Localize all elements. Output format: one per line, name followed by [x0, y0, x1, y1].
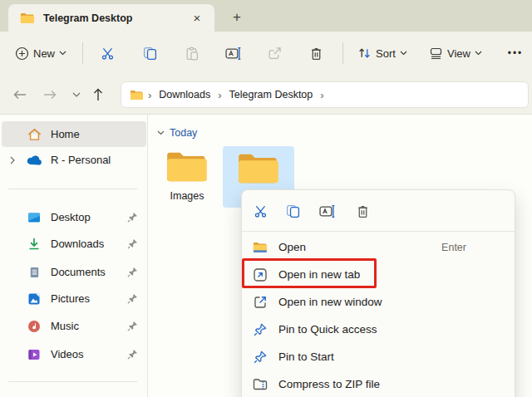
sidebar-item-label: R - Personal	[51, 154, 111, 166]
menu-item-label: Open	[278, 241, 306, 253]
folder-icon	[252, 242, 268, 253]
onedrive-cloud-icon	[23, 154, 45, 165]
trash-icon	[309, 47, 323, 61]
breadcrumb-telegram-desktop[interactable]: Telegram Desktop	[226, 86, 317, 103]
menu-item-label: Compress to ZIP file	[278, 378, 380, 390]
pin-icon	[127, 238, 138, 249]
delete-button[interactable]	[348, 197, 377, 225]
cut-button[interactable]	[93, 38, 123, 68]
pin-icon	[127, 212, 138, 223]
file-item-images[interactable]: Images	[151, 145, 223, 216]
menu-item-pin-to-quick-access[interactable]: Pin to Quick access	[242, 316, 515, 343]
breadcrumb-separator: ›	[144, 89, 155, 101]
folder-icon	[237, 151, 280, 186]
copy-button[interactable]	[278, 197, 307, 225]
chevron-down-icon	[475, 51, 482, 56]
chevron-down-icon	[157, 130, 165, 135]
expand-chevron-icon[interactable]	[2, 156, 23, 164]
desktop-icon	[23, 211, 45, 224]
up-button[interactable]	[86, 83, 110, 106]
annotation-highlight-box	[242, 258, 377, 288]
trash-icon	[356, 204, 370, 218]
breadcrumb-downloads[interactable]: Downloads	[155, 86, 214, 103]
folder-icon	[130, 90, 144, 100]
delete-button[interactable]	[301, 38, 331, 68]
sidebar-item-label: Downloads	[51, 238, 104, 250]
cut-button[interactable]	[247, 197, 275, 225]
file-explorer-window: Telegram Desktop × + New	[0, 0, 532, 397]
menu-divider	[242, 231, 515, 232]
context-menu-quick-actions	[242, 190, 515, 231]
sidebar-item-documents[interactable]: Documents	[2, 259, 146, 285]
share-button[interactable]	[259, 38, 289, 68]
sidebar-item-label: Music	[51, 320, 79, 332]
paste-button[interactable]	[176, 38, 206, 68]
new-button[interactable]: New	[10, 38, 71, 68]
chevron-down-icon	[72, 92, 81, 98]
menu-item-open-in-new-window[interactable]: Open in new window	[242, 288, 515, 316]
rename-button[interactable]	[313, 197, 341, 225]
tab-telegram-desktop[interactable]: Telegram Desktop ×	[8, 4, 214, 32]
scissors-icon	[101, 47, 116, 61]
downloads-icon	[23, 238, 45, 251]
breadcrumb-separator: ›	[316, 89, 328, 101]
arrow-up-icon	[93, 88, 103, 101]
new-button-label: New	[33, 47, 55, 60]
new-tab-button[interactable]: +	[226, 7, 248, 28]
rename-icon	[225, 47, 241, 61]
toolbar: New Sort View	[0, 32, 532, 75]
pin-outline-icon	[252, 323, 268, 336]
address-bar[interactable]: › Downloads › Telegram Desktop ›	[121, 81, 529, 108]
file-item-label: Images	[170, 190, 204, 202]
recent-locations-button[interactable]	[65, 83, 88, 106]
sidebar-item-downloads[interactable]: Downloads	[2, 231, 146, 257]
more-options-button[interactable]: •••	[500, 38, 530, 68]
pin-icon	[127, 293, 138, 304]
menu-item-compress-to-zip[interactable]: Compress to ZIP file	[242, 370, 515, 397]
menu-item-label: Pin to Quick access	[278, 323, 377, 336]
sidebar-item-onedrive[interactable]: R - Personal	[2, 147, 146, 173]
sidebar-divider	[8, 189, 137, 189]
ellipsis-icon: •••	[508, 47, 524, 59]
copy-button[interactable]	[135, 38, 165, 68]
sidebar-item-label: Documents	[51, 266, 106, 278]
sidebar-item-pictures[interactable]: Pictures	[2, 286, 146, 311]
toolbar-divider	[82, 42, 83, 64]
sidebar-divider	[8, 381, 137, 382]
menu-item-label: Pin to Start	[278, 350, 334, 363]
pin-outline-icon	[252, 350, 268, 364]
pictures-icon	[23, 292, 45, 306]
forward-button[interactable]	[38, 83, 62, 106]
view-icon	[429, 47, 443, 60]
folder-icon	[165, 149, 209, 184]
back-button[interactable]	[8, 83, 32, 106]
pin-icon	[127, 349, 138, 360]
copy-icon	[143, 47, 157, 61]
sidebar-item-home[interactable]: Home	[2, 121, 146, 147]
sidebar-item-desktop[interactable]: Desktop	[2, 204, 146, 230]
menu-item-shortcut: Enter	[441, 242, 503, 253]
tab-close-icon[interactable]: ×	[188, 9, 206, 27]
sort-icon	[357, 47, 372, 60]
arrow-left-icon	[13, 90, 27, 100]
group-header-today[interactable]: Today	[157, 127, 197, 139]
sort-button[interactable]: Sort	[352, 38, 412, 68]
share-icon	[268, 47, 282, 61]
group-header-label: Today	[170, 127, 197, 139]
plus-circle-icon	[15, 47, 29, 61]
rename-icon	[319, 204, 335, 218]
menu-item-open[interactable]: Open Enter	[242, 233, 515, 261]
address-bar-row: › Downloads › Telegram Desktop ›	[0, 75, 532, 115]
sidebar-item-label: Pictures	[51, 292, 90, 305]
sidebar-item-videos[interactable]: Videos	[2, 341, 146, 367]
sort-button-label: Sort	[376, 47, 396, 60]
home-icon	[23, 128, 45, 141]
pin-icon	[127, 267, 138, 277]
toolbar-divider	[342, 42, 343, 64]
sidebar-item-music[interactable]: Music	[2, 313, 146, 339]
tab-title: Telegram Desktop	[43, 12, 132, 24]
view-button[interactable]: View	[424, 38, 487, 68]
menu-item-pin-to-start[interactable]: Pin to Start	[242, 343, 515, 370]
rename-button[interactable]	[218, 38, 248, 68]
pin-icon	[127, 321, 138, 331]
